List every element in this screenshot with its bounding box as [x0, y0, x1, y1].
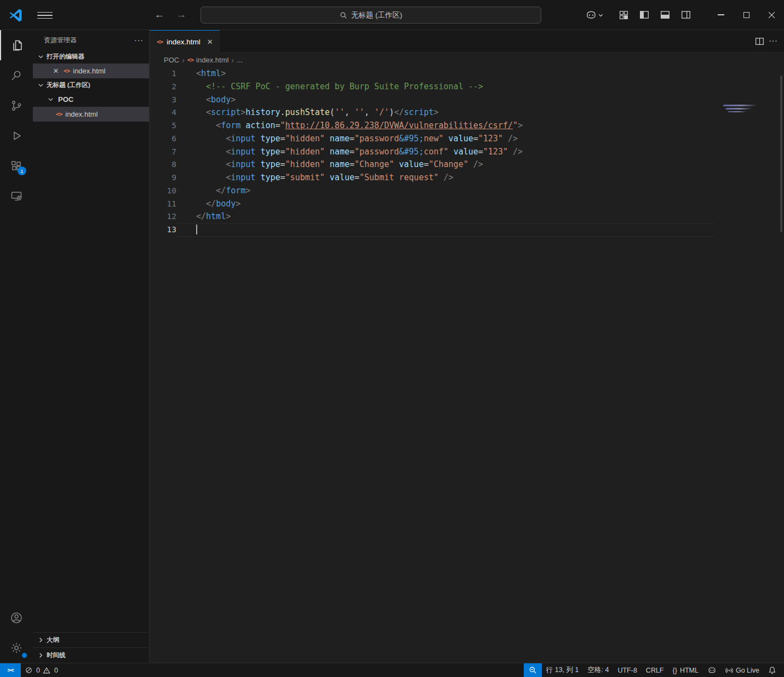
search-sidebar-icon[interactable]: [0, 60, 33, 90]
account-icon[interactable]: [0, 603, 33, 633]
open-editor-item[interactable]: ✕ <> index.html: [33, 64, 149, 78]
code-line-11[interactable]: 11 </body>: [150, 198, 784, 211]
error-icon: [25, 667, 32, 674]
minimize-button[interactable]: [708, 0, 734, 30]
code-line-10[interactable]: 10 </form>: [150, 185, 784, 198]
code-line-2[interactable]: 2 <!-- CSRF PoC - generated by Burp Suit…: [150, 81, 784, 94]
tab-bar: <> index.html ✕ ···: [150, 30, 784, 53]
explorer-icon[interactable]: [0, 30, 33, 60]
chevron-down-icon: [36, 81, 45, 90]
chevron-right-icon: [36, 651, 45, 660]
remote-explorer-icon[interactable]: [0, 181, 33, 211]
run-debug-icon[interactable]: [0, 121, 33, 151]
code-line-1[interactable]: 1<html>: [150, 67, 784, 81]
line-number[interactable]: 12: [150, 210, 176, 223]
line-number[interactable]: 5: [150, 119, 176, 133]
close-button[interactable]: [759, 0, 784, 30]
tab-close-icon[interactable]: ✕: [207, 38, 213, 46]
zoom-indicator[interactable]: [524, 663, 542, 677]
chevron-right-icon: ›: [231, 56, 234, 65]
line-number[interactable]: 10: [150, 185, 176, 198]
line-number[interactable]: 6: [150, 133, 176, 146]
encoding-setting[interactable]: UTF-8: [613, 663, 641, 677]
code-line-4[interactable]: 4 <script>history.pushState('', '', '/')…: [150, 106, 784, 119]
copilot-icon: [585, 9, 597, 21]
code-editor[interactable]: 1<html>2 <!-- CSRF PoC - generated by Bu…: [150, 67, 784, 663]
sidebar-more-actions[interactable]: ···: [134, 36, 144, 44]
close-editor-icon[interactable]: ✕: [51, 67, 60, 75]
html-file-icon: <>: [187, 56, 193, 64]
tab-index-html[interactable]: <> index.html ✕: [150, 30, 220, 53]
copilot-menu-button[interactable]: [585, 9, 604, 21]
workspace-section[interactable]: 无标题 (工作区): [33, 78, 149, 92]
tree-file-index-html[interactable]: <> index.html: [33, 107, 149, 122]
line-number[interactable]: 11: [150, 198, 176, 211]
explorer-sidebar: 资源管理器 ··· 打开的编辑器 ✕ <> index.html 无标题 (工作…: [33, 30, 150, 663]
toggle-panel-icon[interactable]: [657, 7, 673, 23]
maximize-button[interactable]: [734, 0, 759, 30]
line-number[interactable]: 4: [150, 106, 176, 119]
back-arrow-icon[interactable]: ←: [152, 8, 167, 22]
problems-indicator[interactable]: 0 0: [21, 663, 62, 677]
line-number[interactable]: 1: [150, 67, 176, 81]
cursor-position[interactable]: 行 13, 列 1: [542, 663, 583, 677]
source-control-icon[interactable]: [0, 90, 33, 121]
toggle-primary-sidebar-icon[interactable]: [636, 7, 653, 23]
code-line-6[interactable]: 6 <input type="hidden" name="password&#9…: [150, 133, 784, 146]
language-label: HTML: [680, 667, 699, 674]
line-number[interactable]: 13: [150, 223, 176, 237]
line-number[interactable]: 2: [150, 81, 176, 94]
code-line-3[interactable]: 3 <body>: [150, 94, 784, 107]
toggle-secondary-sidebar-icon[interactable]: [678, 7, 694, 23]
line-number[interactable]: 3: [150, 94, 176, 107]
chevron-down-icon: [36, 53, 45, 61]
timeline-section[interactable]: 时间线: [33, 647, 149, 663]
command-center-label: 无标题 (工作区): [351, 10, 403, 20]
line-number[interactable]: 7: [150, 146, 176, 159]
error-count: 0: [36, 667, 40, 674]
settings-gear-icon[interactable]: [0, 633, 33, 663]
outline-section[interactable]: 大纲: [33, 632, 149, 647]
code-line-9[interactable]: 9 <input type="submit" value="Submit req…: [150, 171, 784, 185]
settings-badge: [21, 652, 27, 658]
notifications-bell-icon[interactable]: [764, 663, 784, 677]
extensions-icon[interactable]: 1: [0, 151, 33, 181]
code-line-7[interactable]: 7 <input type="hidden" name="password&#9…: [150, 146, 784, 159]
vscode-window: ← → 无标题 (工作区): [0, 0, 784, 677]
outline-label: 大纲: [47, 636, 59, 644]
language-mode[interactable]: {} HTML: [668, 663, 703, 677]
folder-poc[interactable]: POC: [33, 92, 149, 107]
open-editors-section[interactable]: 打开的编辑器: [33, 50, 149, 64]
remote-indicator[interactable]: ><: [0, 663, 21, 677]
line-number[interactable]: 8: [150, 158, 176, 171]
copilot-status-icon[interactable]: [703, 663, 721, 677]
eol-setting[interactable]: CRLF: [642, 663, 668, 677]
breadcrumb-file[interactable]: index.html: [196, 56, 228, 64]
titlebar: ← → 无标题 (工作区): [0, 0, 784, 30]
timeline-label: 时间线: [47, 651, 66, 659]
editor-more-actions[interactable]: ···: [769, 36, 777, 46]
scrollbar[interactable]: [780, 76, 782, 232]
go-live-button[interactable]: Go Live: [721, 663, 764, 677]
html-file-icon: <>: [64, 67, 70, 74]
customize-layout-icon[interactable]: [615, 7, 632, 23]
code-line-8[interactable]: 8 <input type="hidden" name="Change" val…: [150, 158, 784, 171]
menu-hamburger-icon[interactable]: [37, 9, 53, 21]
warning-count: 0: [54, 667, 58, 674]
command-center-search[interactable]: 无标题 (工作区): [201, 7, 541, 24]
html-file-icon: <>: [56, 111, 62, 118]
code-line-13[interactable]: 13: [150, 223, 784, 237]
breadcrumb-folder[interactable]: POC: [164, 56, 179, 64]
editor-area: <> index.html ✕ ··· POC › <> index.html …: [150, 30, 784, 663]
indentation-setting[interactable]: 空格: 4: [583, 663, 614, 677]
open-editors-label: 打开的编辑器: [47, 53, 84, 61]
broadcast-icon: [725, 667, 733, 674]
breadcrumb-more[interactable]: ...: [237, 56, 243, 64]
chevron-right-icon: [36, 636, 45, 645]
forward-arrow-icon[interactable]: →: [174, 8, 188, 22]
html-file-icon: <>: [157, 38, 163, 45]
code-line-5[interactable]: 5 <form action="http://10.86.29.238/DVWA…: [150, 119, 784, 133]
split-editor-icon[interactable]: [755, 37, 764, 46]
code-line-12[interactable]: 12</html>: [150, 210, 784, 223]
line-number[interactable]: 9: [150, 171, 176, 185]
